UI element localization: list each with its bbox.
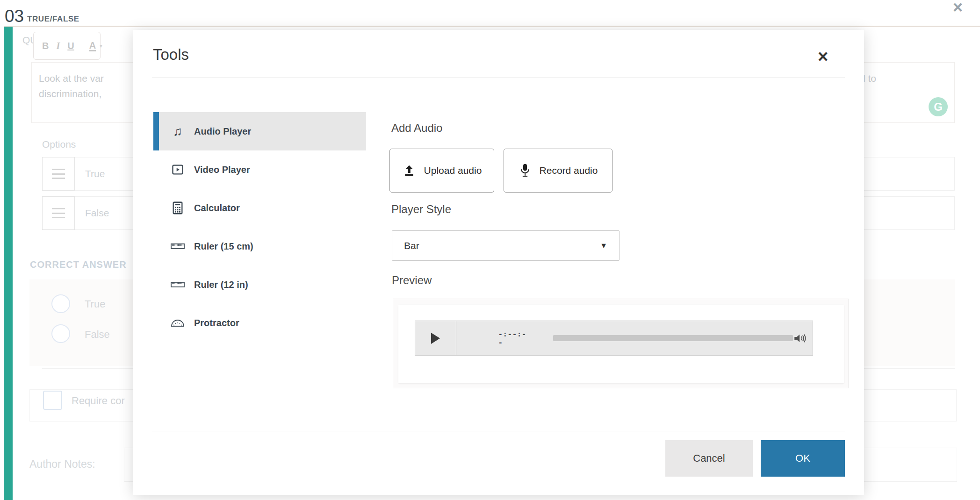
- calculator-icon: [171, 201, 185, 214]
- sidebar-item-audio-player[interactable]: ♫ Audio Player: [153, 112, 366, 150]
- sidebar-item-label: Audio Player: [194, 126, 251, 137]
- record-audio-button[interactable]: Record audio: [504, 149, 612, 193]
- ruler-icon: [171, 281, 185, 288]
- require-label: Require cor: [72, 395, 125, 407]
- upload-audio-label: Upload audio: [424, 165, 482, 176]
- protractor-icon: [171, 319, 185, 327]
- volume-icon[interactable]: [793, 332, 808, 345]
- upload-audio-button[interactable]: Upload audio: [389, 149, 494, 193]
- drag-handle[interactable]: [42, 196, 75, 230]
- video-player-icon: [171, 163, 185, 176]
- play-button[interactable]: [415, 321, 456, 355]
- modal-footer-divider: [152, 431, 845, 431]
- audio-player-bar: -:--:--: [415, 321, 813, 356]
- require-checkbox[interactable]: [43, 391, 62, 410]
- add-audio-heading: Add Audio: [391, 121, 442, 135]
- ruler-icon: [171, 243, 185, 250]
- question-type-label: TRUE/FALSE: [27, 14, 79, 24]
- card-accent-bar: [4, 27, 13, 500]
- sidebar-item-label: Ruler (12 in): [194, 279, 248, 290]
- radio-true[interactable]: [51, 294, 70, 313]
- modal-header-divider: [152, 78, 845, 78]
- ok-button[interactable]: OK: [761, 440, 845, 477]
- correct-answer-heading: CORRECT ANSWER: [30, 259, 127, 270]
- underline-button[interactable]: U: [67, 41, 74, 51]
- modal-close-icon[interactable]: ×: [818, 48, 828, 65]
- question-text-line2: discrimination,: [39, 88, 101, 100]
- sidebar-item-label: Ruler (15 cm): [194, 241, 253, 252]
- preview-heading: Preview: [392, 274, 432, 287]
- tools-modal: Tools × ♫ Audio Player Video Player Calc…: [133, 30, 864, 495]
- sidebar-item-label: Calculator: [194, 203, 240, 214]
- radio-false-label: False: [85, 329, 110, 341]
- microphone-icon: [519, 163, 532, 178]
- drag-handle-icon: [52, 169, 65, 179]
- radio-true-label: True: [85, 298, 105, 310]
- screen: 03 TRUE/FALSE × QU B I U A ▾ Look at the…: [0, 0, 980, 500]
- sidebar-item-label: Video Player: [194, 164, 250, 175]
- chevron-down-icon[interactable]: ▾: [100, 43, 102, 49]
- chevron-down-icon: ▼: [600, 242, 607, 250]
- italic-button[interactable]: I: [56, 41, 60, 51]
- sidebar-item-calculator[interactable]: Calculator: [153, 189, 366, 227]
- page-close-icon[interactable]: ×: [953, 0, 963, 16]
- bold-button[interactable]: B: [42, 41, 49, 51]
- sidebar-item-label: Protractor: [194, 318, 239, 329]
- sidebar-item-video-player[interactable]: Video Player: [153, 150, 366, 189]
- sidebar-item-ruler-15cm[interactable]: Ruler (15 cm): [153, 227, 366, 265]
- time-display: -:--:--: [498, 330, 531, 347]
- player-style-heading: Player Style: [391, 203, 451, 216]
- music-note-icon: ♫: [171, 125, 185, 138]
- radio-false[interactable]: [51, 324, 70, 343]
- options-heading: Options: [42, 139, 76, 150]
- question-number: 03: [5, 7, 24, 26]
- grammarly-icon[interactable]: G: [929, 97, 948, 116]
- preview-card: -:--:--: [398, 305, 844, 383]
- modal-title: Tools: [153, 46, 189, 64]
- sidebar-item-protractor[interactable]: Protractor: [153, 304, 366, 342]
- sidebar-item-ruler-12in[interactable]: Ruler (12 in): [153, 265, 366, 304]
- tools-sidebar: ♫ Audio Player Video Player Calculator: [153, 112, 366, 342]
- player-style-selected-value: Bar: [404, 240, 419, 251]
- upload-icon: [402, 164, 416, 178]
- cancel-button[interactable]: Cancel: [665, 440, 753, 477]
- drag-handle[interactable]: [42, 157, 75, 191]
- question-text-line1: Look at the var: [39, 73, 104, 84]
- player-style-dropdown[interactable]: Bar ▼: [392, 230, 620, 261]
- play-icon: [431, 333, 440, 344]
- card-top-border: [4, 26, 980, 27]
- question-text-fragment: l to: [863, 73, 876, 84]
- drag-handle-icon: [52, 208, 65, 218]
- format-toolbar: B I U A ▾: [33, 32, 101, 60]
- progress-track[interactable]: [553, 335, 793, 341]
- author-notes-label: Author Notes:: [29, 458, 95, 471]
- preview-container: -:--:--: [393, 299, 849, 388]
- record-audio-label: Record audio: [540, 165, 598, 176]
- text-color-button[interactable]: A: [89, 41, 96, 51]
